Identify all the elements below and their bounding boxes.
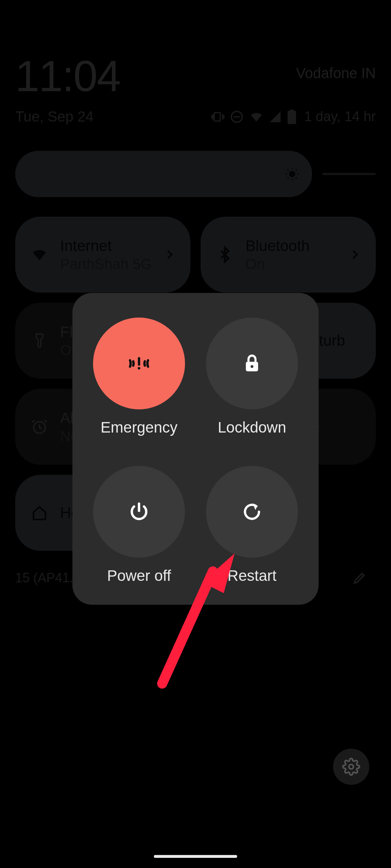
power-menu-lockdown[interactable]: Lockdown — [203, 318, 300, 436]
navigation-pill[interactable] — [154, 855, 237, 858]
power-menu-label: Power off — [107, 567, 171, 584]
power-menu-emergency[interactable]: Emergency — [91, 318, 188, 436]
restart-button[interactable] — [206, 466, 298, 558]
svg-point-13 — [349, 765, 354, 769]
restart-icon — [241, 501, 262, 522]
lockdown-button[interactable] — [206, 318, 298, 409]
power-icon — [128, 501, 150, 523]
power-menu-label: Lockdown — [218, 419, 286, 436]
emergency-button[interactable] — [93, 318, 185, 409]
gear-icon — [342, 758, 360, 776]
svg-point-7 — [138, 367, 140, 370]
power-menu-dialog: Emergency Lockdown — [72, 293, 319, 605]
lock-icon — [241, 353, 262, 374]
power-off-button[interactable] — [93, 466, 185, 558]
power-menu-power-off[interactable]: Power off — [91, 466, 188, 584]
settings-button[interactable] — [333, 749, 369, 785]
power-menu-restart[interactable]: Restart — [203, 466, 300, 584]
power-menu-label: Emergency — [101, 419, 177, 436]
power-menu-label: Restart — [227, 567, 276, 584]
svg-point-9 — [251, 365, 253, 368]
emergency-icon — [126, 351, 152, 376]
